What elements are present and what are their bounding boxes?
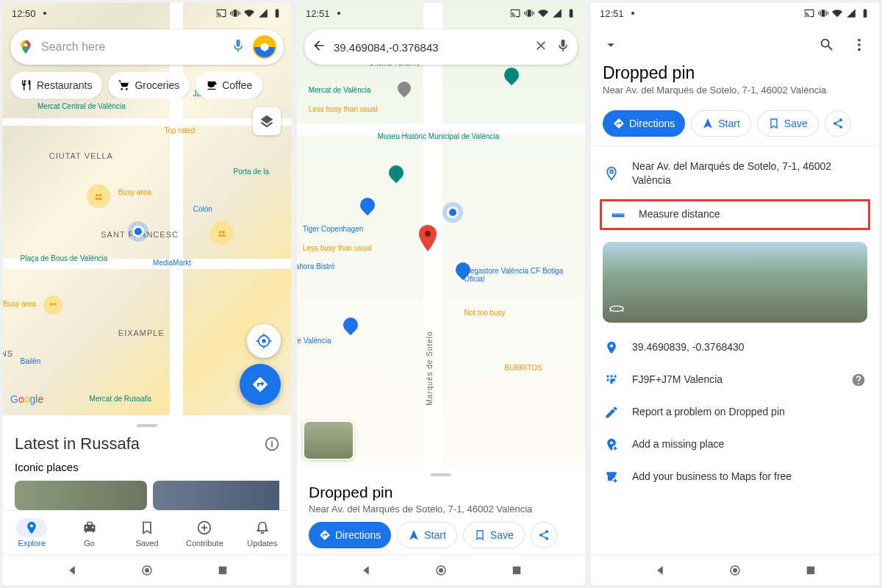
pluscode-row[interactable]: FJ9F+J7M Valencia xyxy=(591,364,879,396)
search-bar[interactable]: Search here xyxy=(10,29,284,65)
back-icon[interactable] xyxy=(359,564,373,577)
museum-pin-icon[interactable] xyxy=(501,65,522,85)
svg-point-12 xyxy=(145,568,149,573)
profile-avatar[interactable] xyxy=(253,35,276,59)
search-icon[interactable] xyxy=(819,37,835,53)
chip-restaurants[interactable]: Restaurants xyxy=(10,72,102,98)
measure-distance-row[interactable]: Measure distance xyxy=(600,199,870,230)
wifi-icon xyxy=(244,8,254,18)
address-row[interactable]: Near Av. del Marqués de Sotelo, 7-1, 460… xyxy=(591,151,879,196)
poi-label[interactable]: Mercat de València xyxy=(309,86,371,94)
place-card[interactable] xyxy=(153,481,279,510)
pencil-icon xyxy=(604,405,619,420)
start-button[interactable]: Start xyxy=(691,110,751,137)
place-card[interactable] xyxy=(15,481,147,510)
vibrate-icon xyxy=(818,8,828,18)
svg-point-15 xyxy=(545,530,548,533)
home-icon[interactable] xyxy=(728,564,742,577)
svg-point-31 xyxy=(610,375,612,377)
nav-saved[interactable]: Saved xyxy=(118,511,176,554)
mic-icon[interactable] xyxy=(231,38,245,56)
poi-label[interactable]: Tiger Copenhagen xyxy=(303,225,363,233)
nav-contribute[interactable]: Contribute xyxy=(176,511,233,554)
iconic-places-cards[interactable] xyxy=(15,481,279,510)
mic-icon[interactable] xyxy=(556,38,570,56)
sheet-handle[interactable] xyxy=(431,473,451,476)
poi-label[interactable]: Bailén xyxy=(21,357,41,365)
clear-icon[interactable] xyxy=(534,38,548,56)
recents-icon[interactable] xyxy=(216,564,229,577)
nav-explore[interactable]: Explore xyxy=(3,511,60,554)
poi-label[interactable]: Plaça de Bous de València xyxy=(21,254,108,262)
shop-pin-icon[interactable] xyxy=(357,194,378,215)
locate-button[interactable] xyxy=(247,324,281,358)
clock: 12:51 xyxy=(306,8,330,19)
poi-label[interactable]: Megastore València CF Botiga Oficial xyxy=(464,267,585,283)
layers-button[interactable] xyxy=(253,107,281,135)
start-button[interactable]: Start xyxy=(397,522,457,548)
poi-label[interactable]: MediaMarkt xyxy=(153,259,191,267)
status-icons xyxy=(216,8,282,18)
add-missing-row[interactable]: Add a missing place xyxy=(591,429,879,461)
search-bar[interactable]: 39.469084,-0.376843 xyxy=(304,29,578,65)
recents-icon[interactable] xyxy=(804,564,817,577)
poi-label[interactable]: Mercat Central de València xyxy=(37,102,126,110)
pin-outline-icon xyxy=(604,166,619,181)
save-button[interactable]: Save xyxy=(463,522,525,548)
busy-area-icon xyxy=(87,184,110,208)
poi-label[interactable]: afe València xyxy=(297,337,331,345)
poi-label[interactable]: Mercat de Russafa xyxy=(90,395,151,403)
poi-label[interactable]: Lahora Bistró xyxy=(297,262,335,270)
android-nav xyxy=(3,554,291,585)
share-button[interactable] xyxy=(531,522,557,548)
nav-go[interactable]: Go xyxy=(60,511,118,554)
collapse-icon[interactable] xyxy=(603,37,619,53)
search-input[interactable]: 39.469084,-0.376843 xyxy=(334,41,526,54)
sheet-handle[interactable] xyxy=(137,424,157,427)
poi-label[interactable]: Museu Històric Municipal de València xyxy=(378,132,499,140)
poi-pin-icon[interactable] xyxy=(395,79,413,97)
info-icon[interactable] xyxy=(265,437,279,451)
chip-groceries[interactable]: Groceries xyxy=(108,72,190,98)
back-icon[interactable] xyxy=(312,38,326,56)
coords-row[interactable]: 39.4690839, -0.3768430 xyxy=(591,331,879,364)
svg-point-29 xyxy=(610,306,623,311)
report-row[interactable]: Report a problem on Dropped pin xyxy=(591,396,879,429)
streetview-thumbnail[interactable] xyxy=(303,420,354,460)
directions-button[interactable]: Directions xyxy=(603,110,685,137)
bottom-sheet[interactable]: Latest in Russafa Iconic places xyxy=(3,415,291,510)
district-label: CIUTAT VELLA xyxy=(49,151,113,160)
back-icon[interactable] xyxy=(653,564,667,577)
save-button[interactable]: Save xyxy=(757,110,819,137)
status-icons xyxy=(510,8,576,18)
map-canvas[interactable]: Oficina Turisme Mercat de València Less … xyxy=(297,3,585,466)
help-icon[interactable] xyxy=(851,373,866,387)
overflow-icon[interactable] xyxy=(851,37,867,53)
home-icon[interactable] xyxy=(434,564,448,577)
shop-pin-icon[interactable] xyxy=(340,315,361,335)
district-label: PINS xyxy=(3,349,13,358)
directions-fab[interactable] xyxy=(240,364,281,405)
status-bar: 12:50 xyxy=(3,3,291,24)
store-icon xyxy=(604,470,619,484)
map-canvas[interactable]: CIUTAT VELLA SANT FRANCESC EIXAMPLE PINS… xyxy=(3,3,291,415)
share-button[interactable] xyxy=(825,110,851,137)
directions-button[interactable]: Directions xyxy=(309,522,391,548)
add-business-row[interactable]: Add your business to Maps for free xyxy=(591,461,879,493)
dropped-pin-icon[interactable] xyxy=(418,225,437,251)
pluscode-icon xyxy=(604,373,619,387)
streetview-preview[interactable] xyxy=(603,242,867,323)
nav-updates[interactable]: Updates xyxy=(234,511,291,554)
back-icon[interactable] xyxy=(65,564,79,577)
status-bar: 12:51 xyxy=(297,3,585,24)
poi-label[interactable]: BURRITOS xyxy=(504,364,542,372)
home-icon[interactable] xyxy=(140,564,154,577)
museum-pin-icon[interactable] xyxy=(386,162,406,182)
svg-point-16 xyxy=(539,534,542,537)
dropped-pin-sheet[interactable]: Dropped pin Near Av. del Marqués de Sote… xyxy=(297,466,585,554)
bottom-nav: Explore Go Saved Contribute Updates xyxy=(3,510,291,554)
recents-icon[interactable] xyxy=(510,564,523,577)
chip-coffee[interactable]: Coffee xyxy=(196,72,262,98)
poi-label[interactable]: Porta de la xyxy=(234,168,269,176)
poi-label[interactable]: Colón xyxy=(193,205,212,213)
